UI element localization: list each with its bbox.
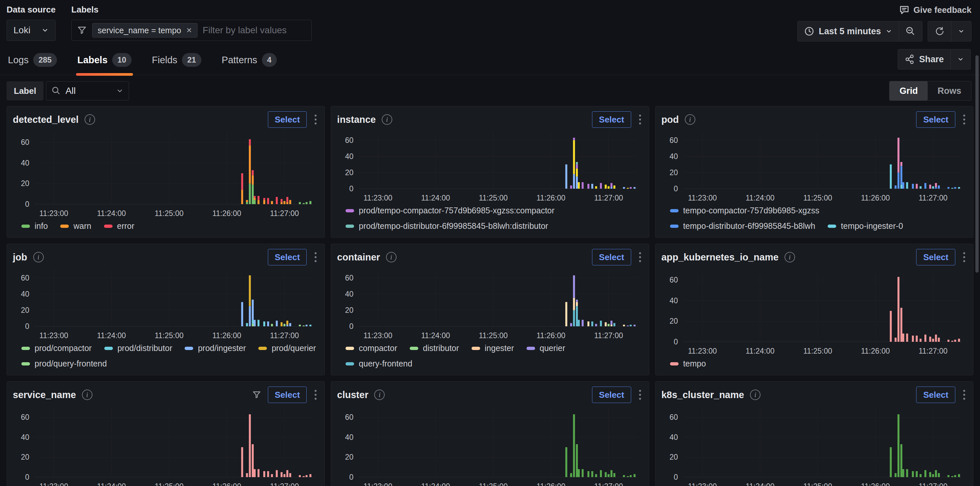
svg-text:11:26:00: 11:26:00	[537, 482, 566, 486]
label-volume-chart[interactable]: 020406011:23:0011:24:0011:25:0011:26:001…	[662, 129, 967, 204]
chip-remove-icon[interactable]: ×	[186, 25, 191, 35]
page-scrollbar[interactable]	[975, 0, 979, 486]
svg-text:11:26:00: 11:26:00	[861, 347, 890, 355]
legend-item[interactable]: compactor	[345, 343, 397, 353]
info-icon[interactable]: i	[374, 390, 385, 400]
legend-item[interactable]: prod/distributor	[104, 343, 172, 353]
select-button[interactable]: Select	[268, 387, 307, 403]
legend-item[interactable]: querier	[527, 343, 565, 353]
label-search-select[interactable]: All	[46, 81, 129, 100]
select-button[interactable]: Select	[592, 249, 631, 265]
zoom-out-button[interactable]	[899, 21, 923, 41]
info-icon[interactable]: i	[784, 252, 795, 263]
panel-menu-kebab-icon[interactable]	[313, 388, 318, 402]
legend-swatch	[670, 209, 679, 212]
svg-text:20: 20	[669, 453, 678, 461]
time-range-picker[interactable]: Last 5 minutes	[797, 21, 899, 41]
label-search-value: All	[65, 86, 111, 96]
info-icon[interactable]: i	[386, 252, 396, 263]
panel-menu-kebab-icon[interactable]	[961, 113, 967, 126]
panel-menu-kebab-icon[interactable]	[313, 250, 318, 264]
panel-menu-kebab-icon[interactable]	[313, 113, 318, 126]
legend-item[interactable]: tempo	[670, 359, 706, 368]
panel-menu-kebab-icon[interactable]	[637, 250, 643, 264]
chart-legend: tempo	[662, 357, 967, 372]
svg-text:20: 20	[669, 317, 678, 325]
tab-logs[interactable]: Logs285	[6, 53, 58, 75]
info-icon[interactable]: i	[82, 390, 92, 400]
label-volume-chart[interactable]: 020406011:23:0011:24:0011:25:0011:26:001…	[13, 129, 318, 219]
select-button[interactable]: Select	[268, 111, 307, 128]
legend-swatch	[104, 225, 113, 228]
info-icon[interactable]: i	[382, 114, 392, 125]
label-volume-chart[interactable]: 020406011:23:0011:24:0011:25:0011:26:001…	[337, 404, 643, 486]
svg-text:11:27:00: 11:27:00	[270, 482, 299, 486]
legend-item[interactable]: prod/querier	[258, 343, 316, 353]
panel-title: k8s_cluster_name	[662, 390, 745, 400]
scrollbar-thumb[interactable]	[975, 55, 979, 272]
legend-item[interactable]: info	[21, 221, 48, 231]
label-volume-chart[interactable]: 020406011:23:0011:24:0011:25:0011:26:001…	[13, 404, 318, 486]
legend-item[interactable]: warn	[60, 221, 91, 231]
label-volume-chart[interactable]: 020406011:23:0011:24:0011:25:0011:26:001…	[662, 266, 967, 357]
view-option-rows[interactable]: Rows	[928, 81, 971, 100]
legend-item[interactable]: tempo-ingester-0	[828, 221, 903, 231]
svg-text:11:23:00: 11:23:00	[39, 331, 68, 340]
tab-labels[interactable]: Labels10	[76, 53, 133, 75]
panel-title: pod	[662, 114, 679, 125]
legend-item[interactable]: tempo-distributor-6f99985845-b8lwh	[670, 221, 815, 231]
select-button[interactable]: Select	[592, 111, 631, 128]
legend-item[interactable]: tempo-compactor-757d9b6985-xgzss	[670, 206, 819, 215]
legend-swatch	[345, 209, 354, 212]
data-source-picker[interactable]: Loki	[6, 20, 56, 41]
share-button[interactable]: Share	[898, 49, 951, 70]
view-option-grid[interactable]: Grid	[889, 81, 928, 100]
legend-item[interactable]: prod/tempo-compactor-757d9b6985-xgzss:co…	[345, 206, 555, 215]
label-volume-chart[interactable]: 020406011:23:0011:24:0011:25:0011:26:001…	[662, 404, 967, 486]
share-dropdown[interactable]	[950, 49, 971, 70]
legend-item[interactable]: ingester	[472, 343, 514, 353]
legend-swatch	[670, 225, 679, 228]
tab-count-badge: 21	[182, 53, 201, 67]
legend-item[interactable]: query-frontend	[345, 359, 412, 368]
give-feedback-link[interactable]: Give feedback	[899, 5, 972, 15]
legend-item[interactable]: prod/query-frontend	[21, 359, 107, 368]
tab-patterns[interactable]: Patterns4	[221, 53, 278, 75]
svg-text:60: 60	[345, 274, 354, 282]
select-button[interactable]: Select	[916, 387, 955, 403]
svg-text:11:25:00: 11:25:00	[479, 194, 508, 202]
select-button[interactable]: Select	[268, 249, 307, 265]
info-icon[interactable]: i	[750, 390, 760, 400]
info-icon[interactable]: i	[685, 114, 695, 125]
legend-swatch	[21, 347, 30, 350]
label-filter-input[interactable]: service_name = tempo × Filter by label v…	[72, 20, 312, 41]
panel-menu-kebab-icon[interactable]	[637, 388, 643, 402]
legend-item[interactable]: error	[104, 221, 135, 231]
select-button[interactable]: Select	[916, 249, 955, 265]
select-button[interactable]: Select	[592, 387, 631, 403]
svg-text:60: 60	[669, 276, 678, 284]
label-volume-chart[interactable]: 020406011:23:0011:24:0011:25:0011:26:001…	[337, 266, 643, 341]
label-box: Label	[6, 81, 43, 100]
refresh-button[interactable]	[928, 21, 951, 41]
info-icon[interactable]: i	[84, 114, 95, 125]
refresh-interval-dropdown[interactable]	[951, 21, 972, 41]
info-icon[interactable]: i	[33, 252, 44, 263]
panel-menu-kebab-icon[interactable]	[961, 250, 967, 264]
panel-title: detected_level	[13, 114, 79, 125]
legend-item[interactable]: distributor	[410, 343, 459, 353]
filter-chip[interactable]: service_name = tempo ×	[92, 23, 197, 38]
svg-text:11:24:00: 11:24:00	[745, 347, 774, 355]
label-volume-chart[interactable]: 020406011:23:0011:24:0011:25:0011:26:001…	[13, 266, 318, 341]
panel-service_name: service_name i Select 020406011:23:0011:…	[6, 381, 325, 486]
legend-item[interactable]: prod/ingester	[185, 343, 246, 353]
svg-text:11:26:00: 11:26:00	[537, 331, 566, 340]
tab-fields[interactable]: Fields21	[151, 53, 203, 75]
legend-item[interactable]: prod/compactor	[21, 343, 92, 353]
panel-menu-kebab-icon[interactable]	[637, 113, 643, 126]
legend-item[interactable]: prod/tempo-distributor-6f99985845-b8lwh:…	[345, 221, 548, 231]
panel-menu-kebab-icon[interactable]	[961, 388, 967, 402]
label-volume-chart[interactable]: 020406011:23:0011:24:0011:25:0011:26:001…	[337, 129, 643, 204]
legend-swatch	[472, 347, 480, 350]
select-button[interactable]: Select	[916, 111, 955, 128]
